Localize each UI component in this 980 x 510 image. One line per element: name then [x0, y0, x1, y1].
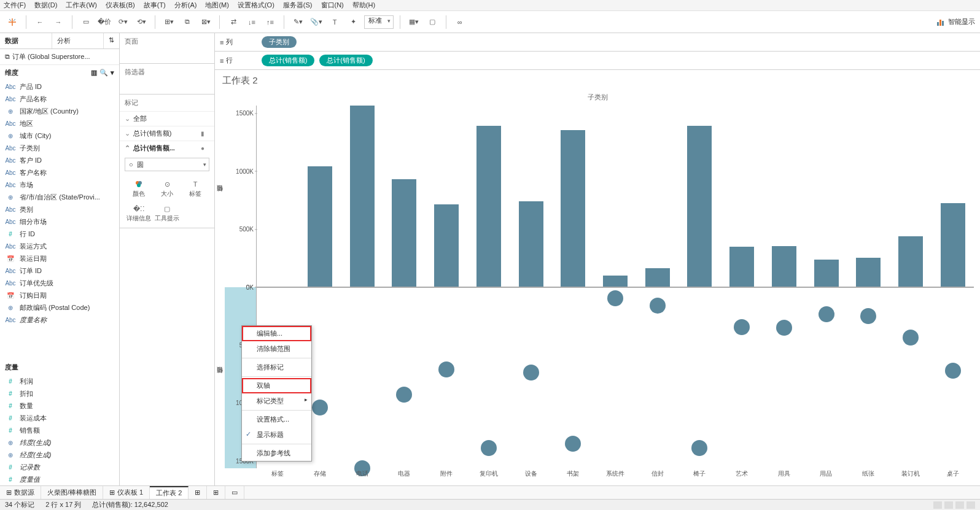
- clear-icon[interactable]: ⊠▾: [198, 15, 213, 29]
- menu-icon[interactable]: ▾: [111, 69, 114, 77]
- bar-mark[interactable]: [308, 166, 332, 287]
- datasource-tab[interactable]: ⊞数据源: [0, 486, 41, 499]
- bar-mark[interactable]: [434, 204, 459, 286]
- circle-mark[interactable]: [903, 330, 919, 346]
- menu-item[interactable]: 故事(T): [144, 1, 166, 10]
- field-item[interactable]: Abc市场: [0, 179, 119, 191]
- bar-mark[interactable]: [392, 179, 416, 287]
- field-item[interactable]: Abc装运方式: [0, 240, 119, 252]
- refresh-icon[interactable]: ⟳▾: [115, 15, 130, 29]
- view-icon[interactable]: ▥: [91, 69, 97, 77]
- field-item[interactable]: Abc订单优先级: [0, 277, 119, 289]
- ctx-format[interactable]: 设置格式...: [242, 412, 311, 427]
- field-item[interactable]: Abc类别: [0, 203, 119, 215]
- ctx-dual-axis[interactable]: 双轴: [242, 378, 311, 393]
- tab-analysis[interactable]: 分析: [52, 33, 104, 48]
- field-item[interactable]: #装运成本: [0, 412, 119, 424]
- color-button[interactable]: 颜色: [125, 176, 153, 201]
- field-item[interactable]: Abc订单 ID: [0, 265, 119, 277]
- new-sheet-icon[interactable]: ⊞▾: [161, 15, 176, 29]
- field-item[interactable]: ⊕邮政编码 (Postal Code): [0, 301, 119, 314]
- rows-shelf[interactable]: ≡行 总计(销售额) 总计(销售额): [215, 52, 980, 70]
- circle-mark[interactable]: [565, 436, 581, 452]
- view-icon-4[interactable]: [966, 501, 975, 509]
- menu-item[interactable]: 服务器(S): [283, 1, 313, 10]
- label-icon[interactable]: T: [327, 15, 342, 29]
- circle-mark[interactable]: [860, 308, 876, 324]
- pill-sales-1[interactable]: 总计(销售额): [262, 55, 314, 66]
- highlight-icon[interactable]: ✎▾: [290, 15, 305, 29]
- pin-icon[interactable]: 📎▾: [309, 15, 324, 29]
- tooltip-button[interactable]: ▢工具提示: [153, 201, 181, 225]
- menu-item[interactable]: 分析(A): [174, 1, 197, 10]
- bar-mark[interactable]: [729, 247, 754, 286]
- menu-item[interactable]: 工作表(W): [66, 1, 97, 10]
- back-icon[interactable]: ←: [33, 15, 47, 29]
- circle-mark[interactable]: [396, 387, 412, 403]
- fix-icon[interactable]: ✦: [346, 15, 360, 29]
- ctx-show-header[interactable]: ✓显示标题: [242, 427, 311, 442]
- circle-mark[interactable]: [481, 440, 497, 456]
- menu-item[interactable]: 文件(F): [4, 1, 26, 10]
- circle-mark[interactable]: [819, 306, 834, 322]
- search-icon[interactable]: 🔍: [99, 69, 108, 77]
- sheet-title[interactable]: 工作表 2: [215, 70, 980, 91]
- sort-asc-icon[interactable]: ↓≡: [244, 15, 259, 29]
- bar-mark[interactable]: [856, 258, 881, 287]
- field-item[interactable]: #销售额: [0, 424, 119, 436]
- bar-plot[interactable]: [257, 106, 974, 287]
- marks-m2[interactable]: ⌃总计(销售额...●: [120, 141, 214, 155]
- pages-shelf[interactable]: 页面: [120, 33, 214, 64]
- field-item[interactable]: 📅装运日期: [0, 252, 119, 265]
- field-item[interactable]: #数量: [0, 400, 119, 412]
- circle-mark[interactable]: [776, 320, 792, 336]
- show-me-button[interactable]: 智能显示: [937, 17, 975, 26]
- circle-plot[interactable]: [257, 287, 974, 469]
- view-icon-2[interactable]: [944, 501, 953, 509]
- view-icon-1[interactable]: [933, 501, 942, 509]
- menu-item[interactable]: 地图(M): [205, 1, 229, 10]
- bar-mark[interactable]: [350, 106, 375, 287]
- marks-all[interactable]: ⌄全部: [120, 111, 214, 126]
- detail-button[interactable]: �⁚⁚详细信息: [125, 201, 153, 225]
- field-item[interactable]: #记录数: [0, 461, 119, 473]
- ctx-mark-type[interactable]: 标记类型: [242, 393, 311, 409]
- circle-mark[interactable]: [650, 298, 666, 314]
- dashboard-tab[interactable]: ⊞仪表板 1: [103, 486, 150, 499]
- field-item[interactable]: Abc细分市场: [0, 215, 119, 228]
- label-button[interactable]: T标签: [181, 176, 209, 201]
- tab-data[interactable]: 数据: [0, 33, 52, 48]
- filters-shelf[interactable]: 筛选器: [120, 64, 214, 95]
- bar-mark[interactable]: [898, 236, 923, 286]
- field-item[interactable]: Abc产品 ID: [0, 80, 119, 93]
- ctx-add-ref-line[interactable]: 添加参考线: [242, 446, 311, 461]
- pill-sales-2[interactable]: 总计(销售额): [319, 55, 372, 66]
- tableau-logo-icon[interactable]: [5, 15, 20, 29]
- field-item[interactable]: #度量值: [0, 473, 119, 485]
- bar-mark[interactable]: [687, 126, 712, 287]
- tab-menu-icon[interactable]: ⇅: [104, 33, 119, 48]
- marks-m1[interactable]: ⌄总计(销售额)▮: [120, 126, 214, 141]
- viz-canvas[interactable]: 工作表 2 子类别 销售额 0K500K1000K1500K 销售额 0K500…: [215, 70, 980, 485]
- present-icon[interactable]: ▢: [425, 15, 440, 29]
- menu-item[interactable]: 数据(D): [34, 1, 57, 10]
- menu-item[interactable]: 窗口(N): [321, 1, 344, 10]
- new-story-icon[interactable]: ▭: [225, 486, 244, 499]
- bar-mark[interactable]: [476, 126, 501, 287]
- field-item[interactable]: ⊕经度(生成): [0, 449, 119, 461]
- new-data-icon[interactable]: �价: [97, 15, 112, 29]
- bar-mark[interactable]: [941, 203, 965, 286]
- auto-update-icon[interactable]: ⟲▾: [134, 15, 149, 29]
- view-icon-3[interactable]: [955, 501, 964, 509]
- menu-item[interactable]: 仪表板(B): [106, 1, 135, 10]
- menu-item[interactable]: 设置格式(O): [238, 1, 274, 10]
- duplicate-icon[interactable]: ⧉: [180, 15, 195, 29]
- circle-mark[interactable]: [691, 440, 707, 456]
- cards-icon[interactable]: ▦▾: [406, 15, 421, 29]
- bar-mark[interactable]: [519, 201, 543, 287]
- pill-subcategory[interactable]: 子类别: [262, 36, 297, 48]
- bar-mark[interactable]: [814, 260, 839, 286]
- field-item[interactable]: Abc客户 ID: [0, 154, 119, 166]
- circle-mark[interactable]: [312, 400, 328, 415]
- swap-icon[interactable]: ⇄: [226, 15, 241, 29]
